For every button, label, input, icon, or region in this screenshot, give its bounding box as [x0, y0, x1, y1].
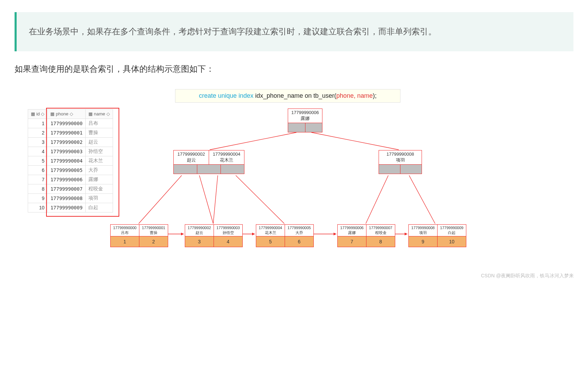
svg-line-0 [210, 132, 296, 150]
table-row: 217799990001曹操 [28, 128, 113, 137]
table-row: 617799990005大乔 [28, 165, 113, 175]
table-row: 417799990003孙悟空 [28, 147, 113, 156]
btree-root: 17799990006露娜 [288, 109, 322, 132]
svg-line-3 [199, 175, 213, 224]
table-row: 917799990008项羽 [28, 193, 113, 203]
table-row: 717799990006露娜 [28, 175, 113, 184]
btree-leaf: 17799990008项羽17799990009白起910 [408, 224, 466, 248]
diagram: create unique index idx_phone_name on tb… [7, 85, 582, 279]
svg-line-4 [213, 175, 218, 224]
btree-leaf: 17799990004花木兰17799990005大乔56 [256, 224, 314, 248]
svg-line-7 [409, 175, 435, 224]
svg-line-1 [311, 132, 399, 150]
sql-columns: phone, name [336, 92, 373, 99]
svg-line-5 [236, 175, 284, 224]
col-id: ▦ id ◇ [28, 109, 47, 119]
btree-leaf: 17799990006露娜17799990007程咬金78 [337, 224, 395, 248]
btree-leaf: 17799990002赵云17799990003孙悟空34 [185, 224, 243, 248]
btree-internal-left: 17799990002赵云 17799990004花木兰 [173, 150, 244, 174]
info-callout: 在业务场景中，如果存在多个查询条件，考虑针对于查询字段建立索引时，建议建立联合索… [15, 12, 573, 51]
sql-end: ); [373, 92, 377, 99]
table-row: 317799990002赵云 [28, 137, 113, 147]
svg-line-2 [139, 175, 182, 224]
watermark: CSDN @夜阑卧听风吹雨，铁马冰河入梦来 [481, 273, 574, 279]
table-row: 1017799990009白起 [28, 203, 113, 212]
table-row: 117799990000吕布 [28, 119, 113, 128]
source-data-table: ▦ id ◇ ▦ phone ◇ ▦ name ◇ 117799990000吕布… [28, 109, 113, 212]
section-subtitle: 如果查询使用的是联合索引，具体的结构示意图如下： [15, 63, 573, 75]
table-row: 517799990004花木兰 [28, 156, 113, 165]
table-row: 817799990007程咬金 [28, 184, 113, 193]
sql-statement: create unique index idx_phone_name on tb… [175, 89, 400, 103]
sql-keyword: create unique index [199, 92, 255, 99]
col-name: ▦ name ◇ [86, 109, 113, 119]
col-phone: ▦ phone ◇ [47, 109, 86, 119]
svg-line-6 [366, 175, 388, 224]
btree-leaf: 17799990000吕布17799990001曹操12 [110, 224, 168, 248]
btree-internal-right: 17799990008项羽 [379, 150, 422, 174]
sql-body: idx_phone_name on tb_user( [255, 92, 336, 99]
